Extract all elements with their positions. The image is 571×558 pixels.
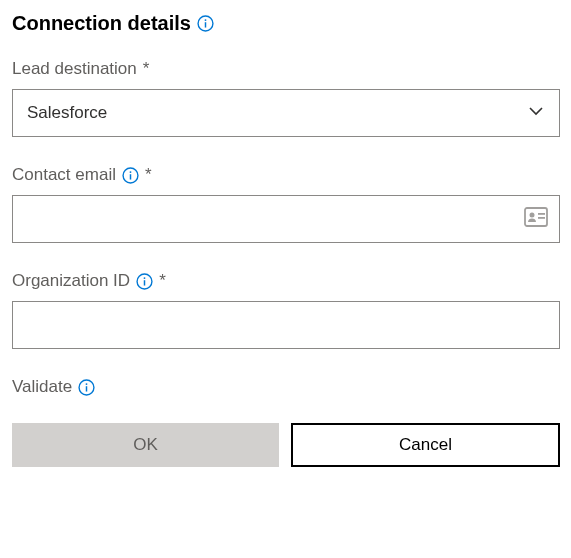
svg-point-1 <box>204 19 206 21</box>
required-marker: * <box>145 165 152 185</box>
info-icon[interactable] <box>136 273 153 290</box>
required-marker: * <box>159 271 166 291</box>
lead-destination-select[interactable]: Salesforce <box>12 89 560 137</box>
organization-id-input[interactable] <box>12 301 560 349</box>
contact-card-icon <box>524 207 548 231</box>
contact-email-field: Contact email * <box>12 165 559 243</box>
info-icon[interactable] <box>78 379 95 396</box>
lead-destination-label: Lead destination * <box>12 59 559 79</box>
svg-rect-2 <box>205 22 206 27</box>
lead-destination-select-wrapper: Salesforce <box>12 89 560 137</box>
contact-email-input-wrapper <box>12 195 560 243</box>
contact-email-input[interactable] <box>12 195 560 243</box>
select-value: Salesforce <box>27 103 107 123</box>
page-title: Connection details <box>12 12 191 35</box>
button-row: OK Cancel <box>12 423 560 467</box>
required-marker: * <box>143 59 150 79</box>
contact-email-label: Contact email * <box>12 165 559 185</box>
header: Connection details <box>12 12 559 35</box>
svg-rect-5 <box>130 174 131 179</box>
field-label-text: Lead destination <box>12 59 137 79</box>
field-label-text: Contact email <box>12 165 116 185</box>
svg-rect-15 <box>86 386 87 391</box>
svg-rect-8 <box>538 213 545 215</box>
svg-rect-9 <box>538 217 545 219</box>
organization-id-label: Organization ID * <box>12 271 559 291</box>
svg-rect-12 <box>144 280 145 285</box>
svg-point-4 <box>129 171 131 173</box>
lead-destination-field: Lead destination * Salesforce <box>12 59 559 137</box>
svg-point-14 <box>86 383 88 385</box>
svg-point-7 <box>530 213 535 218</box>
ok-button[interactable]: OK <box>12 423 279 467</box>
info-icon[interactable] <box>197 15 214 32</box>
organization-id-input-wrapper <box>12 301 560 349</box>
validate-link[interactable]: Validate <box>12 377 559 397</box>
organization-id-field: Organization ID * <box>12 271 559 349</box>
svg-point-11 <box>144 277 146 279</box>
info-icon[interactable] <box>122 167 139 184</box>
cancel-button[interactable]: Cancel <box>291 423 560 467</box>
validate-label: Validate <box>12 377 72 397</box>
field-label-text: Organization ID <box>12 271 130 291</box>
